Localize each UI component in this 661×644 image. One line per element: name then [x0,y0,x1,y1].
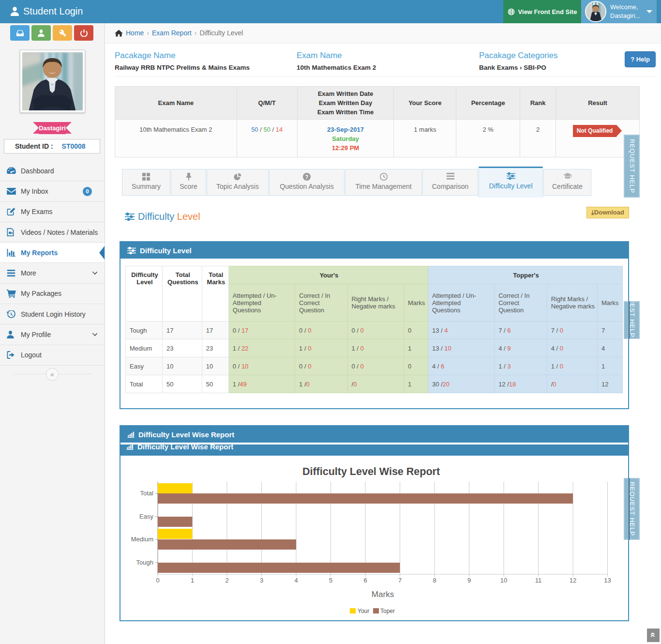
svg-text:2: 2 [225,577,228,584]
svg-text:5: 5 [329,577,332,584]
svg-text:Tough: Tough [136,559,153,566]
svg-text:Your: Your [358,608,369,614]
svg-text:Difficulty Level Wise Report: Difficulty Level Wise Report [302,466,440,477]
svg-text:0: 0 [156,577,159,584]
svg-text:3: 3 [260,577,263,584]
svg-text:8: 8 [433,577,436,584]
svg-text:11: 11 [535,577,542,584]
svg-text:4: 4 [294,577,298,584]
svg-text:Total: Total [140,490,154,497]
svg-text:Marks: Marks [372,590,394,599]
svg-text:Easy: Easy [139,513,153,520]
svg-text:9: 9 [467,577,471,584]
svg-text:1: 1 [191,577,194,584]
svg-text:?: ? [305,174,308,181]
svg-text:Toper: Toper [380,608,395,614]
svg-text:Medium: Medium [131,536,153,543]
svg-text:7: 7 [398,577,402,584]
svg-text:6: 6 [363,577,367,584]
svg-text:10: 10 [500,577,507,584]
svg-text:12: 12 [570,577,576,584]
svg-text:13: 13 [604,577,611,584]
